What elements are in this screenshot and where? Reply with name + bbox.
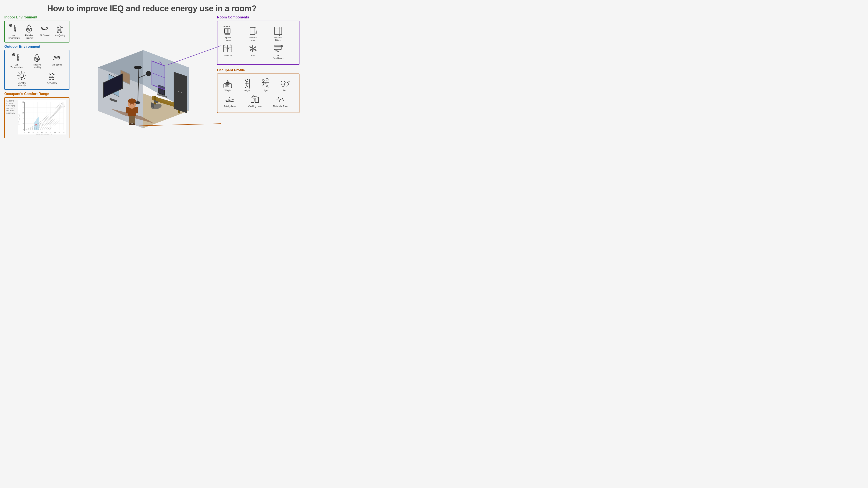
svg-text:24: 24 — [54, 132, 56, 133]
svg-text:kg: kg — [227, 85, 228, 86]
svg-point-96 — [36, 125, 36, 126]
window-blinds-label: Window Blinds — [272, 36, 285, 42]
weight-icon: kg — [223, 78, 233, 89]
svg-line-251 — [255, 97, 257, 99]
fan-item: Fan — [247, 43, 259, 60]
svg-point-59 — [50, 73, 50, 74]
svg-text:12: 12 — [28, 132, 30, 133]
indoor-rel-humidity: Relative Humidity — [23, 23, 36, 39]
svg-point-71 — [54, 76, 55, 76]
svg-text:16: 16 — [37, 132, 38, 133]
svg-text:28: 28 — [63, 132, 64, 133]
outdoor-rel-humidity: Relative Humidity — [30, 53, 43, 69]
indoor-section: Indoor Environment — [4, 15, 69, 42]
svg-point-254 — [254, 101, 255, 102]
metabolic-rate-icon — [275, 94, 286, 104]
svg-point-27 — [60, 29, 61, 29]
svg-text:5: 5 — [23, 128, 24, 130]
outdoor-air-quality-label: Air Quality — [47, 82, 57, 84]
indoor-air-speed: Air Speed — [38, 23, 51, 39]
window-blinds-icon — [273, 25, 283, 36]
activity-level-icon — [225, 94, 235, 104]
svg-point-200 — [279, 45, 280, 46]
svg-point-141 — [181, 92, 182, 93]
svg-point-209 — [282, 46, 283, 46]
air-conditioner-label: Air Conditioner — [272, 55, 285, 60]
space-heater-label: Space Heater — [221, 36, 235, 42]
indoor-icon-grid: Air Temperature — [6, 23, 67, 39]
svg-point-143 — [134, 66, 142, 69]
comfort-box: tm: 35.7 °C rh: 0.8 % Wv: 0.3 g/kg fmv: … — [4, 97, 69, 138]
outdoor-rel-humidity-label: Relative Humidity — [30, 64, 43, 69]
space-heater-item: Space Heater — [221, 25, 235, 42]
svg-line-239 — [266, 85, 267, 88]
svg-point-46 — [35, 58, 36, 59]
outdoor-air-quality: Air Quality — [45, 70, 59, 87]
svg-point-66 — [53, 74, 54, 75]
svg-point-65 — [52, 75, 53, 75]
svg-point-24 — [62, 27, 63, 28]
sex-icon — [279, 78, 290, 89]
metabolic-rate-item: Metabolic Rate — [272, 94, 289, 108]
svg-point-69 — [51, 76, 52, 76]
svg-point-140 — [178, 91, 179, 92]
svg-point-231 — [262, 79, 265, 82]
svg-point-206 — [281, 45, 282, 45]
indoor-air-temp: Air Temperature — [7, 23, 20, 39]
svg-rect-169 — [250, 27, 255, 34]
outdoor-air-speed: Air Speed — [51, 53, 64, 69]
clothing-level-item: Clothing Level — [247, 94, 264, 108]
thermometer-snowflake-icon — [8, 23, 19, 34]
air-quality-icon — [55, 23, 65, 34]
indoor-rel-humidity-label: Relative Humidity — [23, 34, 36, 39]
svg-point-47 — [37, 59, 39, 61]
svg-point-191 — [228, 48, 228, 48]
occupant-profile-box: kg Weight — [217, 73, 300, 113]
comfort-title: Occupant's Comfort Range — [4, 92, 69, 96]
svg-point-156 — [130, 103, 131, 105]
svg-line-240 — [267, 85, 269, 88]
svg-text:10: 10 — [22, 123, 24, 125]
room-components-box: Space Heater — [217, 21, 300, 65]
svg-point-31 — [58, 32, 59, 33]
comfort-section: Occupant's Comfort Range tm: 35.7 °C rh:… — [4, 92, 69, 138]
height-icon — [242, 78, 252, 89]
fan-label: Fan — [251, 55, 255, 57]
room-illustration — [80, 24, 206, 137]
room-components-grid: Space Heater — [219, 23, 297, 62]
page-title: How to improve IEQ and reduce energy use… — [0, 0, 304, 15]
occupant-profile-title: Occupant Profile — [217, 68, 300, 72]
outdoor-box: Air Temperature Relative Humidi — [4, 50, 69, 90]
window-blinds-item: Window Blinds — [272, 25, 285, 42]
svg-point-74 — [50, 79, 51, 80]
indoor-title: Indoor Environment — [4, 15, 69, 19]
svg-point-252 — [254, 99, 255, 100]
indoor-air-temp-label: Air Temperature — [7, 34, 20, 39]
svg-line-54 — [19, 73, 20, 73]
room-svg — [80, 24, 206, 137]
comfort-param-4: fmv: 13.2 °C — [6, 107, 15, 109]
svg-rect-148 — [132, 115, 135, 124]
indoor-air-quality: Air Quality — [54, 23, 67, 39]
air-conditioner-icon — [273, 43, 283, 54]
svg-point-13 — [27, 28, 29, 30]
indoor-air-quality-label: Air Quality — [55, 34, 65, 37]
left-panel: Indoor Environment — [4, 15, 69, 145]
svg-point-150 — [132, 123, 135, 125]
outdoor-humidity-icon — [32, 53, 42, 63]
occupant-row1: kg Weight — [219, 76, 297, 94]
svg-point-62 — [54, 73, 54, 73]
svg-point-61 — [52, 73, 53, 74]
age-item: Age — [259, 78, 272, 92]
activity-level-label: Activity Level — [224, 105, 236, 108]
svg-point-70 — [52, 76, 53, 76]
outdoor-air-quality-icon — [47, 70, 57, 81]
outdoor-section: Outdoor Environment — [4, 45, 69, 90]
svg-point-145 — [146, 71, 151, 76]
svg-point-64 — [50, 74, 51, 75]
electric-heater-label: Electric Heater — [247, 36, 259, 42]
svg-line-221 — [247, 86, 248, 88]
sex-item: Sex — [278, 78, 291, 92]
svg-rect-153 — [135, 107, 138, 113]
weight-label: Weight — [225, 89, 231, 92]
